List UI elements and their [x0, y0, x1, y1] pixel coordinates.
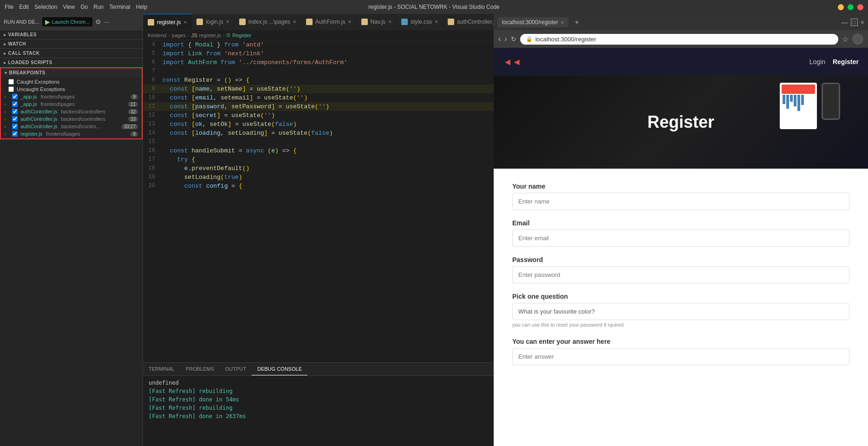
- tab-label-nav: Nav.js: [371, 19, 385, 25]
- bp-line-3: 33: [128, 117, 138, 122]
- caught-exceptions-checkbox[interactable]: [8, 79, 14, 85]
- menu-terminal[interactable]: Terminal: [109, 4, 130, 10]
- nav-login-link[interactable]: Login: [809, 58, 825, 66]
- gear-icon[interactable]: ⚙: [95, 18, 101, 26]
- code-line-14: 14 const [loading, setLoading] = useStat…: [143, 129, 494, 138]
- bp-checkbox-0[interactable]: [12, 94, 18, 99]
- answer-input[interactable]: [512, 348, 849, 365]
- more-icon[interactable]: ···: [104, 18, 110, 26]
- js-file-icon: [196, 19, 203, 25]
- tab-close-nav[interactable]: ×: [388, 19, 392, 25]
- launch-config-label: Launch Chrom...: [52, 19, 90, 25]
- tab-close-style[interactable]: ×: [435, 19, 438, 25]
- code-editor[interactable]: 4 import { Modal } from 'antd' 5 import …: [143, 40, 494, 362]
- hero-decorative-items: [780, 83, 840, 129]
- bp-path-0: frontend\pages: [40, 94, 74, 99]
- browser-tab-close[interactable]: ×: [561, 20, 564, 25]
- callstack-section: CALL STACK: [0, 49, 143, 58]
- bp-checkbox-2[interactable]: [12, 109, 18, 114]
- breadcrumb-frontend[interactable]: frontend: [148, 33, 166, 38]
- form-group-name: Your name: [512, 183, 849, 210]
- breadcrumb-register-name[interactable]: Register: [232, 33, 251, 38]
- new-tab-button[interactable]: +: [571, 17, 582, 28]
- variables-header[interactable]: VARIABLES: [0, 30, 143, 39]
- watch-label: WATCH: [8, 41, 26, 46]
- watch-header[interactable]: WATCH: [0, 39, 143, 48]
- variables-label: VARIABLES: [8, 32, 37, 37]
- tab-output[interactable]: OUTPUT: [220, 363, 252, 375]
- menu-help[interactable]: Help: [136, 4, 148, 10]
- forward-button[interactable]: ›: [504, 35, 507, 43]
- tab-register-js[interactable]: register.js ×: [143, 14, 192, 30]
- launch-config-button[interactable]: ▶ Launch Chrom...: [42, 17, 92, 26]
- tab-terminal[interactable]: TERMINAL: [143, 363, 180, 375]
- question-select[interactable]: What is your favourite color?: [512, 303, 849, 320]
- back-button[interactable]: ‹: [498, 35, 501, 43]
- breakpoints-list: Caught Exceptions Uncaught Exceptions ○ …: [1, 77, 142, 138]
- breadcrumb-pages[interactable]: pages: [172, 33, 186, 38]
- watch-section: WATCH: [0, 39, 143, 49]
- tab-debug-console[interactable]: DEBUG CONSOLE: [252, 363, 307, 375]
- tab-style-css[interactable]: style.css ×: [397, 14, 443, 30]
- menu-bar: File Edit Selection View Go Run Terminal…: [5, 4, 147, 10]
- tab-login-js[interactable]: login.js ×: [192, 14, 234, 30]
- name-input[interactable]: [512, 193, 849, 210]
- code-line-16: 16 const handleSubmit = async (e) => {: [143, 146, 494, 155]
- callstack-header[interactable]: CALL STACK: [0, 49, 143, 58]
- site-header: ◄◄ Login Register: [494, 48, 868, 76]
- menu-file[interactable]: File: [5, 4, 13, 10]
- hero-title: Register: [647, 112, 714, 132]
- browser-maximize-icon[interactable]: □: [851, 19, 858, 26]
- breadcrumb-register-js[interactable]: register.js: [199, 33, 221, 38]
- breadcrumb-register-symbol[interactable]: ⊙: [226, 32, 230, 38]
- browser-close-icon[interactable]: ×: [861, 19, 864, 26]
- menu-selection[interactable]: Selection: [34, 4, 57, 10]
- browser-content: ◄◄ Login Register: [494, 48, 868, 446]
- bp-line-4: 33:27: [122, 124, 138, 129]
- answer-label: You can enter your answer here: [512, 338, 849, 345]
- close-button[interactable]: [857, 4, 863, 10]
- bp-checkbox-4[interactable]: [12, 124, 18, 129]
- code-line-15: 15: [143, 138, 494, 146]
- tab-problems[interactable]: PROBLEMS: [180, 363, 220, 375]
- logo-icon: ◄◄: [503, 57, 522, 67]
- tab-authform[interactable]: AuthForm.js ×: [301, 14, 357, 30]
- lock-icon: 🔒: [526, 36, 533, 42]
- menu-edit[interactable]: Edit: [19, 4, 29, 10]
- code-line-9: 9 const [name, setName] = useState(''): [143, 85, 494, 93]
- tab-nav[interactable]: Nav.js ×: [357, 14, 397, 30]
- uncaught-exceptions-checkbox[interactable]: [8, 86, 14, 92]
- browser-tab-item[interactable]: localhost:3000/register ×: [497, 17, 568, 27]
- bp-path-1: frontend\pages: [40, 101, 74, 107]
- breadcrumb: frontend › pages › JS register.js › ⊙ Re…: [143, 30, 494, 40]
- nav-register-link[interactable]: Register: [833, 58, 859, 66]
- loaded-scripts-header[interactable]: LOADED SCRIPTS: [0, 58, 143, 67]
- bp-checkbox-3[interactable]: [12, 116, 18, 122]
- tab-bar: register.js × login.js × index.js ...\pa…: [143, 14, 494, 30]
- tab-close-register[interactable]: ×: [183, 20, 187, 25]
- menu-go[interactable]: Go: [80, 4, 88, 10]
- callstack-label: CALL STACK: [8, 51, 40, 56]
- minimize-button[interactable]: [838, 4, 844, 10]
- form-section: Your name Email Password Pick one questi…: [494, 169, 868, 388]
- menu-view[interactable]: View: [63, 4, 75, 10]
- maximize-button[interactable]: [848, 4, 854, 10]
- breakpoints-header[interactable]: BREAKPOINTS: [1, 68, 142, 77]
- bp-checkbox-5[interactable]: [12, 131, 18, 137]
- terminal-panel: TERMINAL PROBLEMS OUTPUT DEBUG CONSOLE u…: [143, 362, 494, 446]
- tab-authcontroller[interactable]: authController.js ×: [443, 14, 494, 30]
- browser-preview: localhost:3000/register × + — □ × ‹ › ↻ …: [494, 14, 868, 446]
- title-bar: File Edit Selection View Go Run Terminal…: [0, 0, 868, 14]
- email-input[interactable]: [512, 230, 849, 247]
- menu-run[interactable]: Run: [93, 4, 104, 10]
- tab-index-pages[interactable]: index.js ...\pages ×: [235, 14, 301, 30]
- bp-checkbox-1[interactable]: [12, 101, 18, 107]
- refresh-button[interactable]: ↻: [511, 35, 516, 43]
- password-input[interactable]: [512, 266, 849, 283]
- address-bar[interactable]: 🔒 localhost:3000/register: [520, 34, 838, 45]
- browser-minimize-icon[interactable]: —: [842, 19, 848, 26]
- tab-close-index-pages[interactable]: ×: [293, 19, 296, 25]
- tab-close-authform[interactable]: ×: [348, 19, 352, 25]
- bookmark-button[interactable]: ☆: [842, 35, 848, 44]
- tab-close-login[interactable]: ×: [226, 19, 229, 25]
